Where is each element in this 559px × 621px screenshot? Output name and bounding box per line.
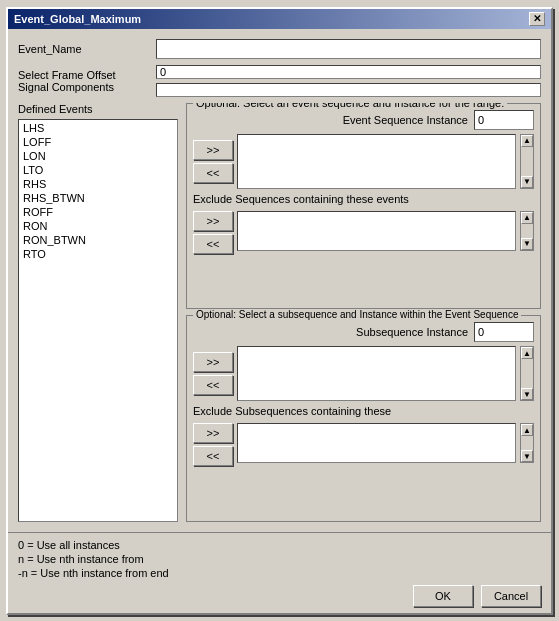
subsequence-instance-input[interactable] xyxy=(474,322,534,342)
subsequence-group-inner: Subsequence Instance >> << ▲ xyxy=(193,322,534,466)
sequence-listbox[interactable] xyxy=(237,134,516,189)
exclude-subsequence-listbox[interactable] xyxy=(237,423,516,463)
exclude-subsequences-label: Exclude Subsequences containing these xyxy=(193,405,534,417)
list-item[interactable]: LHS xyxy=(20,121,176,135)
exclude-seq-scroll-up[interactable]: ▲ xyxy=(521,212,533,224)
event-name-row: Event_Name xyxy=(18,39,541,59)
frame-offset-input[interactable] xyxy=(156,65,541,79)
sequence-list-area: >> << ▲ ▼ xyxy=(193,134,534,189)
subsequence-instance-row: Subsequence Instance xyxy=(193,322,534,342)
titlebar: Event_Global_Maximum ✕ xyxy=(8,9,551,29)
subsequence-list-area: >> << ▲ ▼ xyxy=(193,346,534,401)
subsequence-group: Optional: Select a subsequence and Insta… xyxy=(186,315,541,522)
exclude-subsequence-btn-panel: >> << xyxy=(193,423,233,466)
exclude-sequence-listbox[interactable] xyxy=(237,211,516,251)
window-title: Event_Global_Maximum xyxy=(14,13,141,25)
sequence-instance-input[interactable] xyxy=(474,110,534,130)
frame-offset-row: Select Frame Offset Signal Components xyxy=(18,65,541,97)
list-item[interactable]: LOFF xyxy=(20,135,176,149)
exclude-sequence-remove-btn[interactable]: << xyxy=(193,234,233,254)
content-area: Event_Name Select Frame Offset Signal Co… xyxy=(8,29,551,532)
footer-line2: n = Use nth instance from xyxy=(18,553,541,565)
exclude-subsequence-scrollbar[interactable]: ▲ ▼ xyxy=(520,423,534,463)
exclude-sequences-label: Exclude Sequences containing these event… xyxy=(193,193,534,205)
defined-events-label: Defined Events xyxy=(18,103,178,115)
subseq-scroll-up[interactable]: ▲ xyxy=(521,347,533,359)
sequence-scroll-up[interactable]: ▲ xyxy=(521,135,533,147)
sequence-group-inner: Event Sequence Instance >> << ▲ xyxy=(193,110,534,254)
footer-area: 0 = Use all instances n = Use nth instan… xyxy=(8,532,551,613)
subseq-scroll-down[interactable]: ▼ xyxy=(521,388,533,400)
sequence-remove-btn[interactable]: << xyxy=(193,163,233,183)
subsequence-add-btn[interactable]: >> xyxy=(193,352,233,372)
defined-events-listbox[interactable]: LHSLOFFLONLTORHSRHS_BTWNROFFRONRON_BTWNR… xyxy=(18,119,178,522)
list-item[interactable]: RHS xyxy=(20,177,176,191)
main-window: Event_Global_Maximum ✕ Event_Name Select… xyxy=(6,7,553,615)
exclude-subsequence-remove-btn[interactable]: << xyxy=(193,446,233,466)
select-frame-offset-label: Select Frame Offset xyxy=(18,69,148,81)
exclude-sequence-list-area: >> << ▲ ▼ xyxy=(193,211,534,254)
exclude-sequence-add-btn[interactable]: >> xyxy=(193,211,233,231)
exclude-subsequence-add-btn[interactable]: >> xyxy=(193,423,233,443)
exclude-seq-scroll-down[interactable]: ▼ xyxy=(521,238,533,250)
subsequence-instance-label: Subsequence Instance xyxy=(356,326,468,338)
cancel-button[interactable]: Cancel xyxy=(481,585,541,607)
exclude-subseq-scroll-down[interactable]: ▼ xyxy=(521,450,533,462)
subsequence-remove-btn[interactable]: << xyxy=(193,375,233,395)
exclude-sequence-scrollbar[interactable]: ▲ ▼ xyxy=(520,211,534,251)
list-item[interactable]: RON xyxy=(20,219,176,233)
footer-line3: -n = Use nth instance from end xyxy=(18,567,541,579)
event-name-input[interactable] xyxy=(156,39,541,59)
list-item[interactable]: LON xyxy=(20,149,176,163)
list-item[interactable]: LTO xyxy=(20,163,176,177)
footer-buttons: OK Cancel xyxy=(18,585,541,607)
exclude-subsequence-list-area: >> << ▲ ▼ xyxy=(193,423,534,466)
sequence-instance-label: Event Sequence Instance xyxy=(343,114,468,126)
sequence-add-btn[interactable]: >> xyxy=(193,140,233,160)
sequence-scroll-track xyxy=(521,147,533,176)
exclude-sequence-btn-panel: >> << xyxy=(193,211,233,254)
subsequence-btn-panel: >> << xyxy=(193,346,233,401)
right-panel: Optional: Select an event sequence and I… xyxy=(186,103,541,522)
sequence-btn-panel: >> << xyxy=(193,134,233,189)
list-item[interactable]: ROFF xyxy=(20,205,176,219)
sequence-scrollbar[interactable]: ▲ ▼ xyxy=(520,134,534,189)
exclude-subseq-scroll-up[interactable]: ▲ xyxy=(521,424,533,436)
subsequence-listbox[interactable] xyxy=(237,346,516,401)
ok-button[interactable]: OK xyxy=(413,585,473,607)
signal-components-input[interactable] xyxy=(156,83,541,97)
signal-components-label: Signal Components xyxy=(18,81,148,93)
exclude-subseq-scroll-track xyxy=(521,436,533,450)
close-button[interactable]: ✕ xyxy=(529,12,545,26)
list-item[interactable]: RON_BTWN xyxy=(20,233,176,247)
frame-offset-label-stack: Select Frame Offset Signal Components xyxy=(18,69,148,93)
subsequence-group-title: Optional: Select a subsequence and Insta… xyxy=(193,309,521,320)
list-item[interactable]: RHS_BTWN xyxy=(20,191,176,205)
footer-line1: 0 = Use all instances xyxy=(18,539,541,551)
list-item[interactable]: RTO xyxy=(20,247,176,261)
main-area: Defined Events LHSLOFFLONLTORHSRHS_BTWNR… xyxy=(18,103,541,522)
exclude-seq-scroll-track xyxy=(521,224,533,238)
sequence-instance-row: Event Sequence Instance xyxy=(193,110,534,130)
sequence-group: Optional: Select an event sequence and I… xyxy=(186,103,541,310)
sequence-scroll-down[interactable]: ▼ xyxy=(521,176,533,188)
event-name-label: Event_Name xyxy=(18,43,148,55)
subsequence-scrollbar[interactable]: ▲ ▼ xyxy=(520,346,534,401)
sequence-group-title: Optional: Select an event sequence and I… xyxy=(193,103,507,109)
subseq-scroll-track xyxy=(521,359,533,388)
left-panel: Defined Events LHSLOFFLONLTORHSRHS_BTWNR… xyxy=(18,103,178,522)
